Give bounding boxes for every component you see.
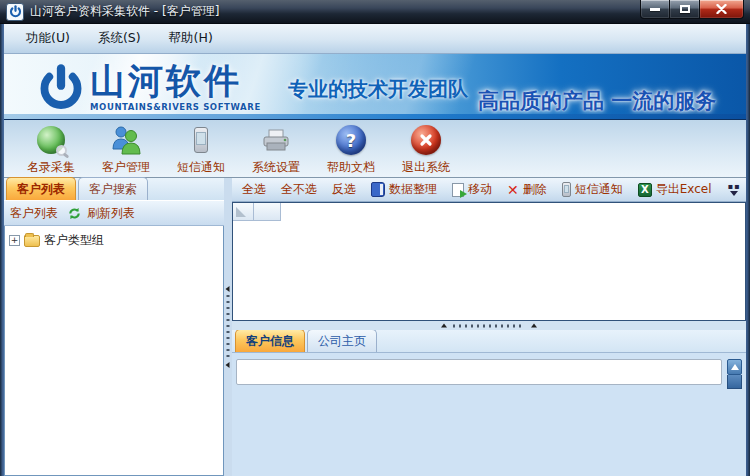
chevron-down-icon [730, 191, 738, 196]
excel-icon: X [638, 183, 652, 197]
select-none-button[interactable]: 全不选 [279, 180, 319, 199]
banner-slogan-left: 专业的技术开发团队 [288, 76, 468, 103]
toolbar-button-help[interactable]: ? 帮助文档 [318, 121, 384, 176]
sms-notify-button[interactable]: 短信通知 [560, 180, 625, 199]
brand-name: 山河软件 [90, 61, 261, 101]
customer-data-grid[interactable] [232, 202, 746, 321]
export-excel-button[interactable]: X 导出Excel [636, 180, 714, 199]
scroll-up-button[interactable] [727, 359, 742, 375]
customer-grid-toolbar: 全选 全不选 反选 数据整理 移动 ✕ 删除 [232, 178, 746, 202]
globe-search-icon [34, 123, 68, 157]
grid-header [233, 203, 281, 221]
tab-customer-info[interactable]: 客户信息 [235, 329, 305, 352]
overflow-dots-icon: ▪▪ [728, 184, 741, 189]
book-icon [371, 182, 385, 197]
printer-icon [259, 123, 293, 157]
brand-logo: 山河软件 MOUNTAINS&RIVERS SOFTWARE [38, 61, 261, 113]
left-tab-strip: 客户列表 客户搜索 [4, 178, 224, 200]
folder-icon [24, 235, 40, 247]
mobile-phone-icon [184, 123, 218, 157]
menu-bar: 功能(U) 系统(S) 帮助(H) [4, 24, 746, 54]
minimize-icon [650, 8, 660, 11]
refresh-icon [67, 206, 82, 221]
tree-node-label: 客户类型组 [44, 232, 104, 249]
banner-slogan-right: 高品质的产品 一流的服务 [478, 87, 716, 115]
menu-item-function[interactable]: 功能(U) [12, 26, 84, 51]
invert-selection-button[interactable]: 反选 [330, 180, 358, 199]
help-icon: ? [334, 123, 368, 157]
main-area: 客户列表 客户搜索 客户列表 刷新列表 [4, 178, 746, 476]
power-logo-icon [38, 63, 84, 113]
customer-info-input[interactable] [236, 359, 722, 385]
customer-tree[interactable]: + 客户类型组 [4, 226, 224, 476]
close-button[interactable] [699, 0, 744, 19]
tab-customer-search[interactable]: 客户搜索 [78, 177, 148, 200]
gray-corner-triangle-icon [236, 207, 246, 217]
vertical-splitter[interactable] [224, 178, 232, 476]
select-all-button[interactable]: 全选 [240, 180, 268, 199]
bottom-tab-strip: 客户信息 公司主页 [232, 330, 746, 353]
main-toolbar: 名录采集 客户管理 短信通知 [4, 120, 746, 178]
maximize-icon [680, 5, 690, 13]
users-icon [109, 123, 143, 157]
plus-expander-icon[interactable]: + [9, 235, 20, 246]
app-logo-icon [6, 3, 24, 21]
delete-button[interactable]: ✕ 删除 [505, 180, 549, 199]
move-button[interactable]: 移动 [450, 180, 494, 199]
toolbar-button-sms[interactable]: 短信通知 [168, 121, 234, 176]
maximize-button[interactable] [670, 0, 699, 19]
toolbar-button-exit[interactable]: 退出系统 [393, 121, 459, 176]
refresh-list-button[interactable]: 刷新列表 [64, 204, 138, 223]
title-bar: 山河客户资料采集软件 - [客户管理] [0, 0, 750, 24]
toolbar-button-customers[interactable]: 客户管理 [93, 121, 159, 176]
app-window: 山河客户资料采集软件 - [客户管理] 功能(U) 系统(S) 帮助(H) 山河… [0, 0, 750, 476]
data-organize-button[interactable]: 数据整理 [369, 180, 439, 199]
grid-select-all-corner[interactable] [233, 203, 254, 221]
scrollbar-thumb[interactable] [727, 375, 742, 389]
customer-info-panel [232, 353, 746, 476]
tab-customer-list[interactable]: 客户列表 [6, 177, 76, 200]
toolbar-button-collect[interactable]: 名录采集 [18, 121, 84, 176]
tree-node-customer-type-group[interactable]: + 客户类型组 [9, 232, 219, 249]
client-area: 功能(U) 系统(S) 帮助(H) 山河软件 MOUNTAINS&RIVERS … [4, 24, 746, 476]
close-icon [716, 4, 727, 14]
grid-column-header[interactable] [254, 203, 281, 221]
mobile-phone-icon [562, 182, 571, 197]
exit-icon [409, 123, 443, 157]
move-page-icon [452, 183, 464, 197]
info-scrollbar [727, 359, 742, 389]
customer-list-title: 客户列表 [10, 205, 58, 222]
splitter-grip [453, 324, 525, 327]
window-controls [640, 0, 744, 19]
left-panel: 客户列表 客户搜索 客户列表 刷新列表 [4, 178, 224, 476]
horizontal-splitter[interactable] [232, 321, 746, 330]
right-panel: 全选 全不选 反选 数据整理 移动 ✕ 删除 [232, 178, 746, 476]
menu-item-system[interactable]: 系统(S) [84, 26, 155, 51]
delete-x-icon: ✕ [507, 183, 519, 197]
menu-item-help[interactable]: 帮助(H) [155, 26, 227, 51]
brand-subtitle: MOUNTAINS&RIVERS SOFTWARE [90, 102, 261, 112]
splitter-grip [227, 295, 230, 359]
toolbar-overflow-button[interactable]: ▪▪ [725, 184, 744, 196]
refresh-list-label: 刷新列表 [87, 205, 135, 222]
minimize-button[interactable] [640, 0, 670, 19]
brand-banner: 山河软件 MOUNTAINS&RIVERS SOFTWARE 专业的技术开发团队… [4, 54, 746, 120]
toolbar-button-settings[interactable]: 系统设置 [243, 121, 309, 176]
window-title: 山河客户资料采集软件 - [客户管理] [30, 3, 219, 20]
triangle-up-icon [731, 364, 739, 370]
customer-list-header: 客户列表 刷新列表 [4, 200, 224, 226]
tab-company-homepage[interactable]: 公司主页 [307, 329, 377, 352]
